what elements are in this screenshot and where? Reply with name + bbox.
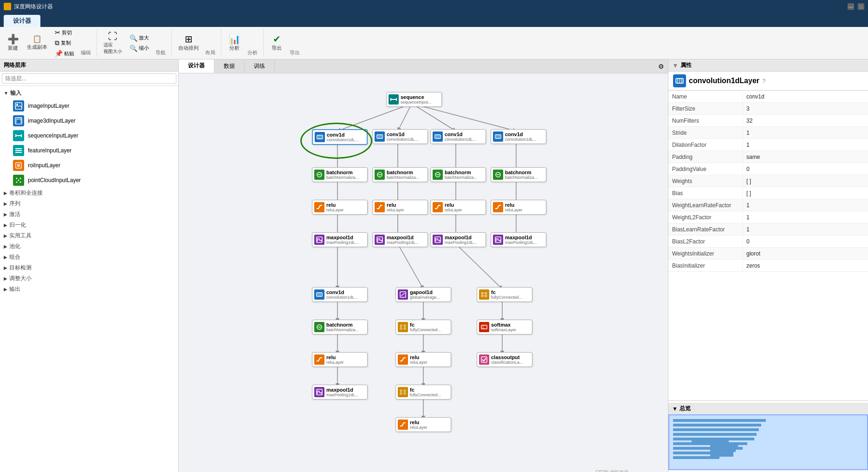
node-conv1d-2[interactable]: conv1d convolution1dL... (372, 129, 428, 144)
props-val[interactable]: 3 (743, 104, 868, 114)
conv1d-1-icon (315, 132, 325, 142)
node-batchnorm-4[interactable]: batchnorm batchNormaliza... (491, 167, 546, 182)
fit-view-button[interactable]: ⛶ 适应视图大小 (101, 31, 125, 56)
node-batchnorm-3[interactable]: batchnorm batchNormaliza... (430, 167, 486, 182)
paste-label: 粘贴 (64, 50, 74, 57)
section-conv[interactable]: ▶ 卷积和全连接 (0, 188, 178, 198)
paste-button[interactable]: 📌 粘贴 (52, 49, 77, 58)
panel-settings-button[interactable]: ⚙ (654, 61, 668, 72)
node-fc-3[interactable]: fc fullyConnected... (395, 385, 451, 400)
props-val[interactable]: 0 (743, 236, 868, 247)
imageInputLayer-label: imageInputLayer (28, 103, 69, 109)
section-pool[interactable]: ▶ 池化 (0, 241, 178, 252)
props-val[interactable]: 1 (743, 200, 868, 210)
props-val[interactable]: 1 (743, 212, 868, 223)
auto-layout-button[interactable]: ⊞ 自动排列 (175, 33, 201, 52)
zoom-in-button[interactable]: 🔍 放大 (127, 33, 152, 43)
tab-train[interactable]: 训练 (245, 60, 275, 72)
node-relu-5[interactable]: relu reluLayer (312, 352, 368, 367)
props-row: BiasL2Factor 0 (668, 236, 868, 248)
minimize-button[interactable]: — (848, 3, 854, 10)
overview-header[interactable]: ▼ 总览 (668, 403, 868, 414)
props-row: BiasLearnRateFactor 1 (668, 223, 868, 236)
layer-item-image3dInputLayer[interactable]: image3dInputLayer (0, 113, 178, 128)
export-button[interactable]: ✔ 导出 (267, 33, 286, 52)
section-normalize[interactable]: ▶ 归一化 (0, 220, 178, 230)
overview-viewport[interactable] (668, 414, 868, 470)
tab-designer[interactable]: 设计器 (179, 59, 214, 73)
paste-icon: 📌 (55, 50, 63, 57)
section-activation[interactable]: ▶ 激活 (0, 209, 178, 220)
help-icon[interactable]: ? (762, 78, 765, 85)
props-val[interactable]: [ ] (743, 176, 868, 186)
layer-item-pointCloudInputLayer[interactable]: pointCloudInputLayer (0, 173, 178, 188)
node-relu-1[interactable]: relu reluLayer (312, 200, 368, 215)
cut-button[interactable]: ✂ 剪切 (52, 28, 77, 37)
layer-item-imageInputLayer[interactable]: imageInputLayer (0, 98, 178, 113)
generate-copy-button[interactable]: 📋 生成副本 (24, 34, 50, 52)
node-gapool1d[interactable]: gapool1d globalAverage... (395, 287, 451, 302)
props-val[interactable]: conv1d (743, 92, 868, 102)
props-val[interactable]: 1 (743, 140, 868, 150)
node-maxpool-5[interactable]: maxpool1d maxPooling1dL... (312, 385, 368, 400)
section-combination[interactable]: ▶ 组合 (0, 252, 178, 262)
node-maxpool-1[interactable]: maxpool1d maxPooling1dL... (312, 232, 368, 247)
props-val[interactable]: 0 (743, 164, 868, 174)
node-relu-4[interactable]: relu reluLayer (491, 200, 546, 215)
maximize-button[interactable]: □ (858, 3, 864, 10)
props-val[interactable]: zeros (743, 261, 868, 271)
section-detection[interactable]: ▶ 目标检测 (0, 262, 178, 273)
node-seq-input[interactable]: sequence sequenceInput... (386, 92, 442, 107)
node-fc-2[interactable]: fc fullyConnected... (395, 320, 451, 334)
props-val[interactable]: glorot (743, 249, 868, 259)
section-output[interactable]: ▶ 输出 (0, 284, 178, 295)
node-relu-3[interactable]: relu reluLayer (430, 200, 486, 215)
node-conv1d-4[interactable]: conv1d convolution1dL... (491, 129, 546, 144)
maxpool-2-icon (375, 235, 385, 245)
node-conv1d-1[interactable]: conv1d convolution1dL... (312, 129, 368, 145)
node-batchnorm-1[interactable]: batchnorm batchNormaliza... (312, 167, 368, 182)
node-conv1d-5[interactable]: conv1d convolution1dL... (312, 287, 368, 302)
node-softmax[interactable]: Σ softmax softmaxLayer (477, 320, 532, 334)
relu-7-text: relu reluLayer (410, 420, 428, 430)
node-batchnorm-5[interactable]: batchnorm batchNormaliza... (312, 320, 368, 334)
svg-point-82 (485, 295, 487, 297)
canvas-area[interactable]: sequence sequenceInput... conv1d convolu… (179, 73, 668, 472)
section-utilities[interactable]: ▶ 实用工具 (0, 230, 178, 241)
node-fc-1[interactable]: fc fullyConnected... (477, 287, 532, 302)
props-val[interactable]: 1 (743, 128, 868, 138)
node-conv1d-3[interactable]: conv1d convolution1dL... (430, 129, 486, 144)
node-classoutput[interactable]: classoutput classificationLa... (477, 352, 532, 367)
props-key: BiasInitializer (668, 261, 743, 271)
relu-2-icon (375, 202, 385, 212)
props-key: WeightLearnRateFactor (668, 200, 743, 210)
props-val[interactable]: [ ] (743, 188, 868, 198)
node-batchnorm-2[interactable]: batchnorm batchNormaliza... (372, 167, 428, 182)
zoom-out-button[interactable]: 🔍 缩小 (127, 44, 152, 53)
node-maxpool-2[interactable]: maxpool1d maxPooling1dL... (372, 232, 428, 247)
tab-data[interactable]: 数据 (214, 60, 245, 72)
node-maxpool-4[interactable]: maxpool1d maxPooling1dL... (491, 232, 546, 247)
props-val[interactable]: 1 (743, 224, 868, 235)
section-sequence[interactable]: ▶ 序列 (0, 198, 178, 209)
designer-tab[interactable]: 设计器 (4, 15, 40, 27)
node-relu-7[interactable]: relu reluLayer (395, 417, 451, 432)
props-key: Bias (668, 188, 743, 198)
classoutput-icon (479, 354, 489, 365)
layer-search-input[interactable] (2, 73, 176, 84)
section-resize[interactable]: ▶ 调整大小 (0, 273, 178, 284)
copy-button[interactable]: ⧉ 复制 (52, 38, 77, 48)
layer-item-featureInputLayer[interactable]: featureInputLayer (0, 143, 178, 158)
analyze-button[interactable]: 📊 分析 (225, 33, 244, 52)
layer-item-roiInputLayer[interactable]: roiInputLayer (0, 158, 178, 173)
layer-item-sequenceInputLayer[interactable]: sequenceInputLayer (0, 128, 178, 143)
node-relu-2[interactable]: relu reluLayer (372, 200, 428, 215)
props-val[interactable]: same (743, 152, 868, 162)
node-maxpool-3[interactable]: maxpool1d maxPooling1dL... (430, 232, 486, 247)
node-relu-6[interactable]: relu reluLayer (395, 352, 451, 367)
new-button[interactable]: ➕ 新建 (4, 33, 22, 52)
props-row: PaddingValue 0 (668, 163, 868, 175)
props-key: PaddingValue (668, 164, 743, 174)
section-input[interactable]: ▼ 输入 (0, 88, 178, 98)
props-val[interactable]: 32 (743, 116, 868, 126)
